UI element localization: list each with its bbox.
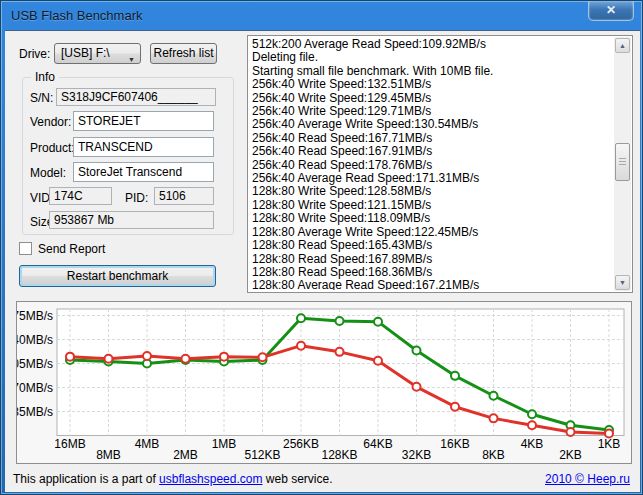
- x-tick-label: 1KB: [598, 437, 621, 451]
- data-point: [528, 421, 536, 429]
- log-line: 256k:40 Write Speed:129.71MB/s: [252, 105, 612, 118]
- data-point: [374, 318, 382, 326]
- data-point: [451, 372, 459, 380]
- data-point: [66, 353, 74, 361]
- data-point: [297, 342, 305, 350]
- info-group-title: Info: [31, 70, 59, 84]
- chevron-down-icon: ▼: [128, 50, 135, 69]
- data-point: [413, 346, 421, 354]
- scrollbar-thumb[interactable]: [615, 143, 630, 181]
- log-line: 256k:40 Average Read Speed:171.31MB/s: [252, 172, 612, 185]
- vendor-label: Vendor:: [30, 115, 71, 129]
- data-point: [336, 348, 344, 356]
- send-report-checkbox[interactable]: [19, 242, 32, 255]
- size-field[interactable]: [49, 211, 214, 229]
- log-line: 256k:40 Write Speed:129.45MB/s: [252, 92, 612, 105]
- title-bar[interactable]: USB Flash Benchmark ✕: [1, 1, 642, 30]
- model-label: Model:: [30, 166, 66, 180]
- drive-select[interactable]: [USB] F:\ ▼: [54, 43, 141, 64]
- data-point: [143, 352, 151, 360]
- y-tick-label: 35MB/s: [17, 405, 53, 419]
- benchmark-chart: 175MB/s140MB/s105MB/s70MB/s35MB/s16MB8MB…: [17, 302, 631, 463]
- refresh-list-button[interactable]: Refresh list: [150, 43, 217, 64]
- scroll-up-button[interactable]: ▲: [615, 38, 630, 53]
- data-point: [451, 403, 459, 411]
- x-tick-label: 1MB: [212, 437, 237, 451]
- pid-field[interactable]: [154, 187, 214, 205]
- data-point: [490, 392, 498, 400]
- close-button[interactable]: ✕: [588, 1, 634, 21]
- data-point: [605, 429, 613, 437]
- restart-benchmark-button[interactable]: Restart benchmark: [19, 265, 216, 287]
- log-line: 128k:80 Write Speed:121.15MB/s: [252, 199, 612, 212]
- x-tick-label: 2MB: [173, 448, 198, 462]
- x-tick-label: 8MB: [96, 448, 121, 462]
- product-field[interactable]: [73, 137, 214, 157]
- log-line: 128k:80 Read Speed:167.89MB/s: [252, 253, 612, 266]
- sn-label: S/N:: [30, 91, 53, 105]
- x-tick-label: 4MB: [135, 437, 160, 451]
- sn-field[interactable]: [56, 88, 216, 106]
- x-tick-label: 64KB: [363, 437, 392, 451]
- log-scrollbar[interactable]: ▲ ▼: [614, 37, 631, 291]
- y-tick-label: 175MB/s: [17, 309, 53, 323]
- scroll-down-button[interactable]: ▼: [615, 275, 630, 290]
- usbflashspeed-link[interactable]: usbflashspeed.com: [159, 472, 262, 486]
- data-point: [105, 355, 113, 363]
- x-tick-label: 32KB: [402, 448, 431, 462]
- heep-credit-link[interactable]: 2010 © Heep.ru: [545, 472, 630, 486]
- data-point: [182, 355, 190, 363]
- log-line: Deleting file.: [252, 51, 612, 64]
- x-tick-label: 8KB: [482, 448, 505, 462]
- log-line: 256k:40 Average Write Speed:130.54MB/s: [252, 118, 612, 131]
- drive-select-value: [USB] F:\: [61, 46, 110, 60]
- x-tick-label: 128KB: [321, 448, 357, 462]
- vendor-field[interactable]: [73, 111, 214, 131]
- y-tick-label: 70MB/s: [17, 381, 53, 395]
- log-line: 256k:40 Read Speed:178.76MB/s: [252, 159, 612, 172]
- product-label: Product:: [30, 141, 75, 155]
- scroll-down-icon: ▼: [619, 279, 626, 286]
- data-point: [567, 428, 575, 436]
- y-tick-label: 140MB/s: [17, 333, 53, 347]
- send-report-label: Send Report: [38, 242, 105, 256]
- log-line: 256k:40 Read Speed:167.91MB/s: [252, 145, 612, 158]
- log-line: 128k:80 Average Write Speed:122.45MB/s: [252, 226, 612, 239]
- log-line: 256k:40 Read Speed:167.71MB/s: [252, 132, 612, 145]
- x-tick-label: 2KB: [559, 448, 582, 462]
- model-field[interactable]: [73, 162, 214, 182]
- data-point: [259, 353, 267, 361]
- vid-field[interactable]: [49, 187, 112, 205]
- y-tick-label: 105MB/s: [17, 357, 53, 371]
- data-point: [413, 383, 421, 391]
- app-window: USB Flash Benchmark ✕ Drive: [USB] F:\ ▼…: [0, 0, 643, 495]
- benchmark-log[interactable]: 512k:200 Average Read Speed:109.92MB/sDe…: [247, 35, 633, 293]
- data-point: [374, 357, 382, 365]
- x-tick-label: 16MB: [54, 437, 85, 451]
- log-line: 512k:200 Average Read Speed:109.92MB/s: [252, 38, 612, 51]
- data-point: [220, 353, 228, 361]
- log-line: 128k:80 Read Speed:168.36MB/s: [252, 266, 612, 279]
- status-prefix: This application is a part of: [13, 472, 159, 486]
- close-icon: ✕: [606, 3, 616, 17]
- log-line: 128k:80 Read Speed:165.43MB/s: [252, 239, 612, 252]
- log-line: 128k:80 Write Speed:118.09MB/s: [252, 212, 612, 225]
- x-tick-label: 256KB: [283, 437, 319, 451]
- info-groupbox: Info S/N: Vendor: Product: Model: VID: P…: [22, 77, 234, 235]
- log-line: 128k:80 Average Read Speed:167.21MB/s: [252, 279, 612, 290]
- status-suffix: web service.: [262, 472, 332, 486]
- thumb-grip-icon: [619, 158, 626, 166]
- data-point: [528, 410, 536, 418]
- log-line: 128k:80 Write Speed:128.58MB/s: [252, 185, 612, 198]
- scroll-up-icon: ▲: [619, 42, 626, 49]
- log-line: Starting small file benchmark. With 10MB…: [252, 65, 612, 78]
- data-point: [297, 314, 305, 322]
- x-tick-label: 512KB: [244, 448, 280, 462]
- log-line: 256k:40 Write Speed:132.51MB/s: [252, 78, 612, 91]
- status-text: This application is a part of usbflashsp…: [13, 472, 333, 486]
- window-title: USB Flash Benchmark: [11, 8, 143, 23]
- speed-chart-panel: 175MB/s140MB/s105MB/s70MB/s35MB/s16MB8MB…: [16, 301, 632, 464]
- status-bar: This application is a part of usbflashsp…: [5, 464, 640, 493]
- data-point: [490, 414, 498, 422]
- pid-label: PID:: [125, 191, 148, 205]
